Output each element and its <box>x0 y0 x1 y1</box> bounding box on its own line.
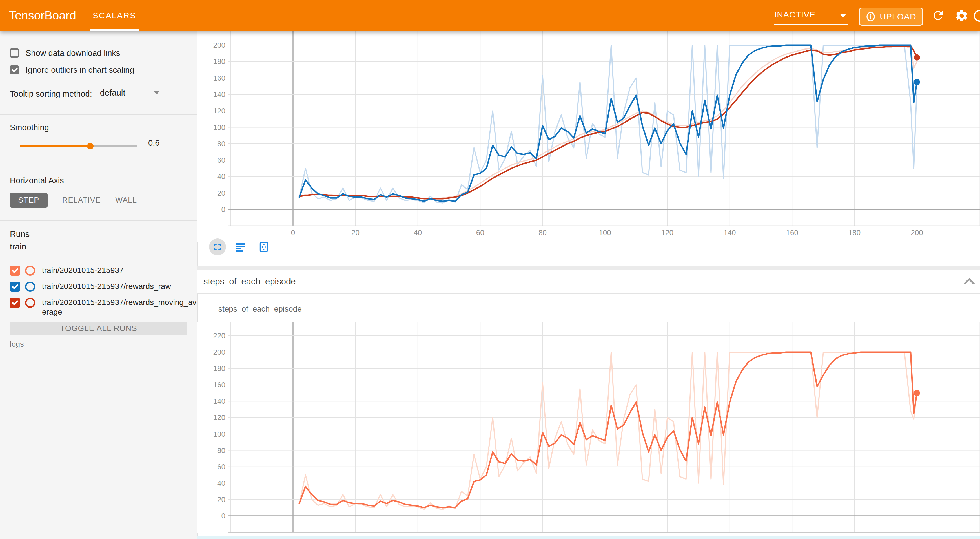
app-header: TensorBoard SCALARS INACTIVE UPLOAD <box>0 0 980 31</box>
show-download-links-row[interactable]: Show data download links <box>10 47 120 59</box>
svg-text:60: 60 <box>217 156 226 164</box>
section-title: steps_of_each_episode <box>204 270 296 293</box>
svg-text:140: 140 <box>724 228 736 237</box>
settings-icon[interactable] <box>955 9 969 24</box>
chart-card-title: steps_of_each_episode <box>218 305 302 314</box>
svg-text:220: 220 <box>213 332 226 340</box>
runs-heading-row: Runs <box>10 228 30 239</box>
ignore-outliers-row[interactable]: Ignore outliers in chart scaling <box>10 64 134 76</box>
chevron-down-icon <box>840 14 846 18</box>
horizontal-axis-label: Horizontal Axis <box>10 176 64 185</box>
upload-button[interactable]: UPLOAD <box>859 8 923 26</box>
logs-label: logs <box>10 340 24 349</box>
divider <box>0 114 197 115</box>
checkbox-label: Ignore outliers in chart scaling <box>25 65 134 75</box>
svg-text:120: 120 <box>213 413 226 422</box>
smoothing-slider[interactable] <box>20 145 137 147</box>
divider <box>0 164 197 164</box>
svg-text:60: 60 <box>217 462 226 471</box>
svg-text:0: 0 <box>291 228 295 237</box>
info-icon <box>865 11 876 22</box>
horizontal-axis-label-row: Horizontal Axis <box>10 175 64 186</box>
chart-toolbar <box>209 239 272 255</box>
runs-heading: Runs <box>10 229 30 239</box>
axis-step-button[interactable]: STEP <box>10 193 48 208</box>
run-label: train/20201015-215937/rewards_moving_ave… <box>42 298 200 317</box>
tooltip-sorting-label: Tooltip sorting method: <box>10 89 92 99</box>
runs-filter-value: train <box>10 242 26 251</box>
svg-text:140: 140 <box>213 397 226 405</box>
svg-text:40: 40 <box>217 172 226 181</box>
run-row[interactable]: train/20201015-215937/rewards_raw <box>10 282 200 292</box>
tab-scalars[interactable]: SCALARS <box>90 0 139 31</box>
svg-text:200: 200 <box>213 348 226 356</box>
svg-text:40: 40 <box>217 479 226 487</box>
expand-chart-icon[interactable] <box>209 239 226 255</box>
collapse-chevron-icon[interactable] <box>963 277 975 287</box>
fit-domain-icon[interactable] <box>255 239 272 255</box>
smoothing-value-field[interactable]: 0.6 <box>146 139 182 151</box>
ignore-outliers-checkbox[interactable] <box>10 65 19 75</box>
toggle-all-runs-button[interactable]: TOGGLE ALL RUNS <box>10 322 188 335</box>
svg-text:180: 180 <box>848 228 861 237</box>
run-checkbox[interactable] <box>10 282 20 292</box>
divider <box>0 220 197 221</box>
svg-text:0: 0 <box>221 512 226 520</box>
svg-text:160: 160 <box>213 74 226 82</box>
svg-text:180: 180 <box>213 364 226 373</box>
tooltip-sorting-select[interactable]: default <box>99 88 160 100</box>
smoothing-label-row: Smoothing <box>10 122 49 133</box>
run-label: train/20201015-215937/rewards_raw <box>42 282 200 291</box>
settings-sidebar: Show data download links Ignore outliers… <box>0 31 197 539</box>
refresh-icon[interactable] <box>931 9 945 23</box>
svg-text:80: 80 <box>217 140 226 148</box>
svg-text:100: 100 <box>213 123 226 132</box>
run-checkbox[interactable] <box>10 298 20 308</box>
svg-text:180: 180 <box>213 57 226 66</box>
data-table-icon[interactable] <box>232 239 249 255</box>
svg-text:160: 160 <box>213 381 226 389</box>
svg-text:100: 100 <box>599 228 611 237</box>
svg-text:160: 160 <box>786 228 798 237</box>
svg-text:80: 80 <box>217 446 226 455</box>
section-header-steps-of-each-episode[interactable]: steps_of_each_episode <box>197 270 980 294</box>
run-color-radio[interactable] <box>25 298 35 308</box>
smoothing-slider-thumb[interactable] <box>87 143 94 150</box>
app-title: TensorBoard <box>9 0 76 31</box>
axis-relative-button[interactable]: RELATIVE <box>62 196 101 205</box>
chevron-down-icon <box>154 91 160 94</box>
axis-wall-button[interactable]: WALL <box>116 196 137 205</box>
rewards-chart-plot[interactable]: 0204060801001201401601802000204060801001… <box>197 31 980 242</box>
svg-text:120: 120 <box>213 107 226 115</box>
bottom-scroll-strip[interactable] <box>197 536 980 539</box>
svg-text:0: 0 <box>221 205 226 214</box>
runs-filter-input[interactable]: train <box>10 242 188 254</box>
tooltip-sorting-row: Tooltip sorting method: default <box>10 86 160 102</box>
svg-text:80: 80 <box>538 228 547 237</box>
checkbox-label: Show data download links <box>25 48 120 58</box>
upload-label: UPLOAD <box>880 12 916 21</box>
smoothing-slider-fill <box>20 145 90 147</box>
tooltip-sorting-value: default <box>100 88 126 97</box>
svg-text:40: 40 <box>414 228 422 237</box>
svg-text:100: 100 <box>213 430 226 439</box>
run-row[interactable]: train/20201015-215937 <box>10 266 200 276</box>
status-dropdown[interactable]: INACTIVE <box>774 6 848 25</box>
svg-text:60: 60 <box>476 228 484 237</box>
help-icon[interactable] <box>973 9 980 24</box>
run-color-radio[interactable] <box>25 266 35 276</box>
smoothing-label: Smoothing <box>10 123 49 132</box>
show-download-links-checkbox[interactable] <box>10 48 19 57</box>
run-row[interactable]: train/20201015-215937/rewards_moving_ave… <box>10 298 200 317</box>
svg-text:20: 20 <box>217 495 226 504</box>
run-label: train/20201015-215937 <box>42 266 200 275</box>
svg-text:20: 20 <box>217 189 226 197</box>
run-checkbox[interactable] <box>10 266 20 276</box>
svg-text:200: 200 <box>911 228 923 237</box>
steps-chart-plot[interactable]: 020406080100120140160180200220 <box>197 322 980 533</box>
run-color-radio[interactable] <box>25 282 35 292</box>
tensorboard-app: TensorBoard SCALARS INACTIVE UPLOAD <box>0 0 980 539</box>
horizontal-axis-toggle: STEP RELATIVE WALL <box>10 193 137 208</box>
svg-text:200: 200 <box>213 41 226 49</box>
svg-text:120: 120 <box>661 228 673 237</box>
